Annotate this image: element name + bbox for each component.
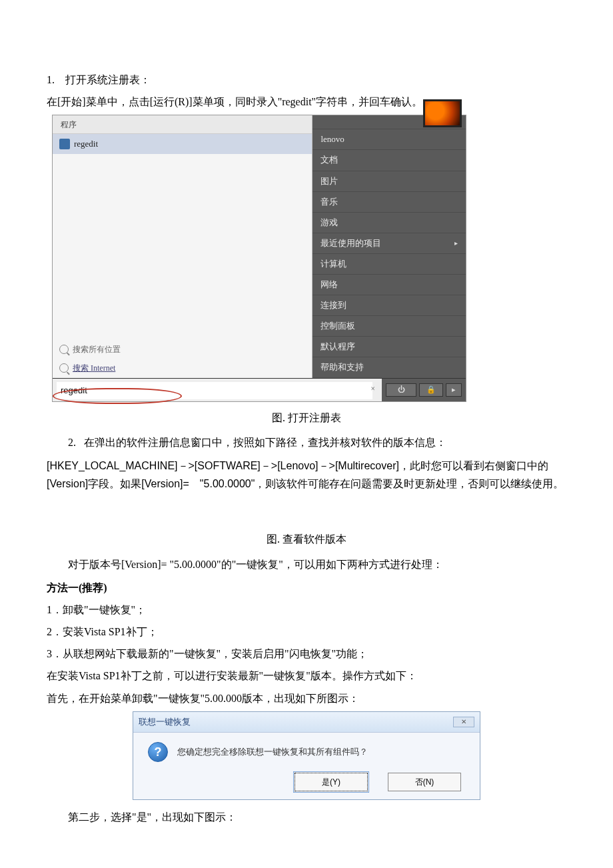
blank-spacer (47, 497, 566, 523)
question-glyph: ? (155, 742, 162, 763)
sidebar-label: 连接到 (320, 298, 346, 313)
sidebar-item-network[interactable]: 网络 (312, 274, 466, 295)
step1-title: 打开系统注册表： (65, 74, 151, 85)
regedit-icon (59, 139, 70, 149)
startmenu-screenshot: 程序 regedit 搜索所有位置 搜索 Internet (52, 115, 466, 401)
method1-note2: 首先，在开始菜单卸载"一键恢复"5.00.000版本，出现如下所图示： (47, 689, 566, 707)
sidebar-item-music[interactable]: 音乐 (312, 191, 466, 212)
dialog-titlebar: 联想一键恢复 ✕ (133, 712, 480, 733)
clear-icon[interactable]: × (370, 382, 375, 395)
dialog-button-row: 是(Y) 否(N) (133, 769, 480, 799)
method1-title: 方法一(推荐) (47, 579, 566, 597)
lock-button[interactable]: 🔒 (419, 383, 443, 397)
sidebar-item-lenovo[interactable]: lenovo (312, 129, 466, 149)
close-icon: ✕ (461, 716, 466, 727)
program-item-label: regedit (74, 137, 98, 151)
method1-note1: 在安装Vista SP1补丁之前，可以进行安装最新"一键恢复"版本。操作方式如下… (47, 667, 566, 685)
step1-line: 1. 打开系统注册表： (47, 71, 566, 89)
sidebar-label: 计算机 (320, 257, 346, 271)
startmenu-bottom: regedit × ⏻ 🔒 ▸ (53, 378, 466, 401)
search-icon (59, 363, 69, 373)
search-all-row[interactable]: 搜索所有位置 (53, 340, 312, 359)
sidebar-label: 游戏 (320, 215, 338, 230)
figure-caption-1: 图. 打开注册表 (47, 409, 566, 427)
close-button[interactable]: ✕ (453, 717, 474, 727)
step2-desc: 在弹出的软件注册信息窗口中，按照如下路径，查找并核对软件的版本信息： (84, 437, 446, 448)
search-internet-row[interactable]: 搜索 Internet (53, 359, 312, 377)
document-page: 1. 打开系统注册表： 在[开始]菜单中，点击[运行(R)]菜单项，同时录入"r… (0, 0, 613, 868)
startmenu-spacer (53, 154, 312, 340)
dialog-message: 您确定想完全移除联想一键恢复和其所有组件吗？ (177, 745, 368, 759)
method1-step1: 1．卸载"一键恢复"； (47, 601, 566, 619)
sidebar-item-games[interactable]: 游戏 (312, 212, 466, 233)
step2-after-dialog: 第二步，选择"是"，出现如下图示： (47, 808, 566, 826)
step1-desc: 在[开始]菜单中，点击[运行(R)]菜单项，同时录入"regedit"字符串，并… (47, 93, 566, 111)
sidebar-item-control-panel[interactable]: 控制面板 (312, 315, 466, 336)
sidebar-label: 控制面板 (320, 319, 355, 333)
sidebar-item-default-programs[interactable]: 默认程序 (312, 336, 466, 357)
sidebar-item-recent[interactable]: 最近使用的项目 ▸ (312, 233, 466, 253)
sidebar-item-documents[interactable]: 文档 (312, 149, 466, 170)
startmenu-body: 程序 regedit 搜索所有位置 搜索 Internet (53, 115, 466, 377)
sidebar-label: 音乐 (320, 195, 338, 209)
sidebar-label: 图片 (320, 174, 338, 189)
sidebar-label: 文档 (320, 153, 338, 167)
step1-number: 1. (47, 74, 55, 85)
avatar-row (312, 115, 466, 129)
sidebar-label: 最近使用的项目 (320, 236, 381, 251)
sidebar-item-computer[interactable]: 计算机 (312, 253, 466, 274)
sidebar-item-pictures[interactable]: 图片 (312, 171, 466, 191)
power-button-row: ⏻ 🔒 ▸ (382, 381, 466, 399)
uninstall-dialog-screenshot: 联想一键恢复 ✕ ? 您确定想完全移除联想一键恢复和其所有组件吗？ 是(Y) 否… (133, 711, 480, 800)
startmenu-right-panel: lenovo 文档 图片 音乐 游戏 最近使用的项目 ▸ 计算机 网络 连接到 … (312, 115, 466, 377)
method1-step3: 3．从联想网站下载最新的"一键恢复"，安装后启用"闪电恢复"功能； (47, 645, 566, 663)
startmenu-left-panel: 程序 regedit 搜索所有位置 搜索 Internet (53, 115, 312, 377)
sidebar-item-help[interactable]: 帮助和支持 (312, 357, 466, 377)
search-input-wrap: regedit × (53, 379, 382, 401)
chevron-right-icon: ▸ (452, 383, 456, 396)
lock-icon: 🔒 (426, 383, 436, 396)
step2-number: 2. (68, 437, 76, 448)
sidebar-label: 网络 (320, 277, 338, 292)
power-icon: ⏻ (398, 383, 405, 396)
dialog-title-text: 联想一键恢复 (139, 715, 191, 729)
sidebar-label: 默认程序 (320, 339, 355, 354)
search-input[interactable]: regedit (57, 382, 372, 399)
submenu-arrow-icon: ▸ (454, 237, 458, 249)
search-all-label: 搜索所有位置 (73, 343, 121, 356)
sidebar-label: 帮助和支持 (320, 360, 364, 375)
power-menu-button[interactable]: ▸ (446, 383, 462, 397)
registry-path-text: [HKEY_LOCAL_MACHINE]－>[SOFTWARE]－>[Lenov… (47, 457, 566, 493)
method1-step2: 2．安装Vista SP1补丁； (47, 623, 566, 641)
search-icon (59, 345, 69, 354)
step2-line: 2. 在弹出的软件注册信息窗口中，按照如下路径，查找并核对软件的版本信息： (47, 433, 566, 451)
user-avatar (423, 99, 462, 127)
question-icon: ? (148, 742, 168, 762)
version-note: 对于版本号[Version]= "5.00.0000"的"一键恢复"，可以用如下… (47, 555, 566, 573)
yes-button[interactable]: 是(Y) (295, 773, 368, 791)
search-internet-label: 搜索 Internet (73, 361, 115, 375)
dialog-body: ? 您确定想完全移除联想一键恢复和其所有组件吗？ (133, 733, 480, 769)
program-item-regedit[interactable]: regedit (53, 134, 312, 154)
figure-caption-2: 图. 查看软件版本 (47, 530, 566, 548)
sidebar-label: lenovo (320, 132, 344, 147)
no-button[interactable]: 否(N) (388, 773, 461, 791)
programs-header: 程序 (53, 115, 312, 133)
sidebar-item-connect[interactable]: 连接到 (312, 295, 466, 315)
power-button[interactable]: ⏻ (386, 383, 416, 397)
